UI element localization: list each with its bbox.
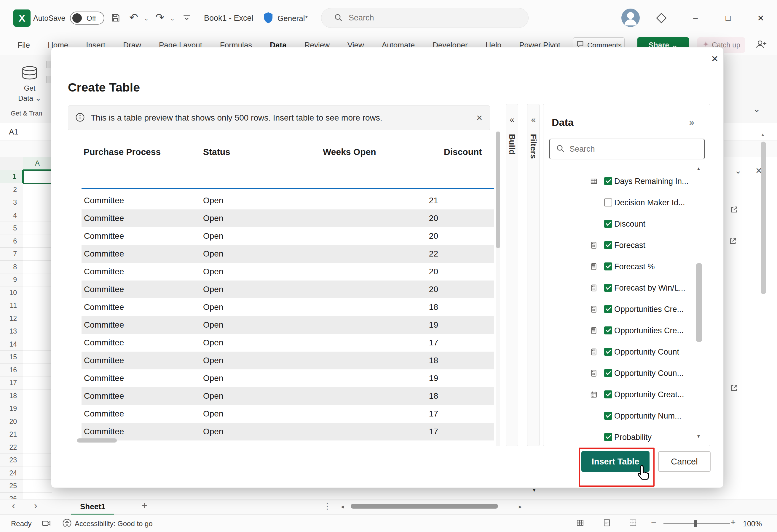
data-search-input[interactable]	[569, 144, 683, 154]
diamond-icon[interactable]	[656, 12, 667, 25]
cell-A7[interactable]	[23, 248, 52, 261]
row-header-15[interactable]: 15	[0, 351, 23, 364]
field-item[interactable]: Forecast %	[543, 256, 703, 277]
cell-A5[interactable]	[23, 222, 52, 235]
banner-close-icon[interactable]: ✕	[476, 113, 483, 123]
cell-A17[interactable]	[23, 377, 52, 390]
row-header-6[interactable]: 6	[0, 235, 23, 248]
dialog-close-icon[interactable]: ✕	[708, 51, 722, 66]
cell-A9[interactable]	[23, 273, 52, 286]
macro-record-icon[interactable]	[41, 518, 51, 529]
name-box[interactable]: A1	[0, 123, 45, 140]
share-people-icon[interactable]	[755, 39, 767, 51]
cell-A10[interactable]	[23, 286, 52, 299]
row-header-13[interactable]: 13	[0, 325, 23, 338]
preview-column-header[interactable]: Weeks Open	[323, 147, 376, 157]
titlebar-search[interactable]	[321, 8, 529, 28]
field-item[interactable]: Forecast	[543, 235, 703, 256]
data-search-box[interactable]	[549, 139, 705, 159]
collapse-data-pane-icon[interactable]: »	[689, 117, 694, 127]
preview-horizontal-scrollbar-thumb[interactable]	[77, 438, 117, 442]
cell-A12[interactable]	[23, 312, 52, 325]
preview-vscroll-thumb[interactable]	[496, 132, 500, 248]
row-header-25[interactable]: 25	[0, 480, 23, 493]
cell-A20[interactable]	[23, 415, 52, 428]
field-checkbox[interactable]	[604, 241, 612, 249]
row-header-1[interactable]: 1	[0, 170, 23, 183]
cancel-button[interactable]: Cancel	[658, 451, 710, 472]
vertical-scrollbar-thumb[interactable]	[761, 142, 766, 294]
list-scroll-down-arrow[interactable]: ▼	[696, 434, 701, 439]
cell-A4[interactable]	[23, 209, 52, 222]
previous-sheet-arrow[interactable]: ‹	[12, 500, 15, 511]
preview-column-header[interactable]: Status	[203, 147, 230, 157]
cell-A8[interactable]	[23, 261, 52, 274]
field-item[interactable]: Forecast by Win/L...	[543, 277, 703, 299]
preview-column-header[interactable]: Discount	[444, 147, 482, 157]
view-page-layout-icon[interactable]	[602, 518, 611, 528]
field-item[interactable]: Probability	[543, 426, 703, 446]
field-checkbox[interactable]	[604, 390, 612, 398]
row-header-7[interactable]: 7	[0, 248, 23, 261]
field-item[interactable]: Opportunity Creat...	[543, 384, 703, 405]
zoom-level[interactable]: 100%	[743, 520, 762, 528]
excel-app-icon[interactable]: X	[13, 9, 30, 27]
scrollbar-up-arrow[interactable]: ▲	[761, 132, 765, 137]
ribbon-collapse-icon[interactable]: ⌄	[753, 104, 760, 114]
row-header-23[interactable]: 23	[0, 454, 23, 467]
zoom-in-button[interactable]: +	[731, 517, 736, 527]
row-header-10[interactable]: 10	[0, 286, 23, 299]
field-checkbox[interactable]	[604, 412, 612, 420]
field-item[interactable]: Opportunity Coun...	[543, 363, 703, 384]
row-header-3[interactable]: 3	[0, 196, 23, 209]
field-item[interactable]: Days Remaining In...	[543, 171, 703, 192]
cell-A11[interactable]	[23, 299, 52, 312]
field-item[interactable]: Opportunity Num...	[543, 405, 703, 426]
cell-A18[interactable]	[23, 390, 52, 403]
build-pane-collapsed[interactable]: « Build	[506, 104, 518, 446]
avatar[interactable]	[621, 9, 640, 27]
row-header-11[interactable]: 11	[0, 299, 23, 312]
row-header-5[interactable]: 5	[0, 222, 23, 235]
preview-column-header[interactable]: Purchase Process	[84, 147, 161, 157]
row-header-4[interactable]: 4	[0, 209, 23, 222]
row-header-8[interactable]: 8	[0, 261, 23, 274]
row-header-21[interactable]: 21	[0, 428, 23, 441]
add-sheet-button[interactable]: +	[142, 499, 148, 511]
row-header-19[interactable]: 19	[0, 402, 23, 415]
row-header-20[interactable]: 20	[0, 415, 23, 428]
field-checkbox[interactable]	[604, 262, 612, 270]
field-checkbox[interactable]	[604, 348, 612, 356]
row-header-12[interactable]: 12	[0, 312, 23, 325]
row-header-9[interactable]: 9	[0, 273, 23, 286]
popout-icon[interactable]	[730, 206, 738, 215]
row-header-2[interactable]: 2	[0, 183, 23, 196]
sheet-options-icon[interactable]: ⋮	[323, 501, 331, 511]
field-checkbox[interactable]	[604, 433, 612, 441]
scroll-down-arrow[interactable]: ▼	[532, 488, 537, 493]
field-checkbox[interactable]	[604, 326, 612, 335]
field-item[interactable]: Opportunity Count	[543, 341, 703, 363]
cell-A25[interactable]	[23, 480, 52, 493]
field-checkbox[interactable]	[604, 177, 612, 185]
list-scrollbar-thumb[interactable]	[696, 263, 702, 342]
field-item[interactable]: Decision Maker Id...	[543, 192, 703, 213]
field-checkbox[interactable]	[604, 305, 612, 313]
popout-icon[interactable]	[729, 237, 737, 246]
field-checkbox[interactable]	[604, 284, 612, 292]
undo-chevron-icon[interactable]: ⌄	[144, 15, 148, 22]
row-header-24[interactable]: 24	[0, 467, 23, 480]
field-checkbox[interactable]	[604, 220, 612, 228]
ribbon-tab-file[interactable]: File	[11, 38, 37, 53]
hscroll-right-arrow[interactable]: ▸	[519, 503, 522, 510]
row-header-22[interactable]: 22	[0, 441, 23, 454]
horizontal-scrollbar-thumb[interactable]	[351, 504, 498, 509]
cell-A3[interactable]	[23, 196, 52, 209]
field-item[interactable]: Opportunities Cre...	[543, 299, 703, 320]
search-input[interactable]	[348, 13, 497, 23]
hscroll-left-arrow[interactable]: ◂	[341, 503, 344, 510]
cell-A6[interactable]	[23, 235, 52, 248]
filters-pane-collapsed[interactable]: « Filters	[527, 104, 540, 446]
sensitivity-label[interactable]: General*	[278, 14, 308, 23]
cell-A26[interactable]	[23, 493, 52, 499]
